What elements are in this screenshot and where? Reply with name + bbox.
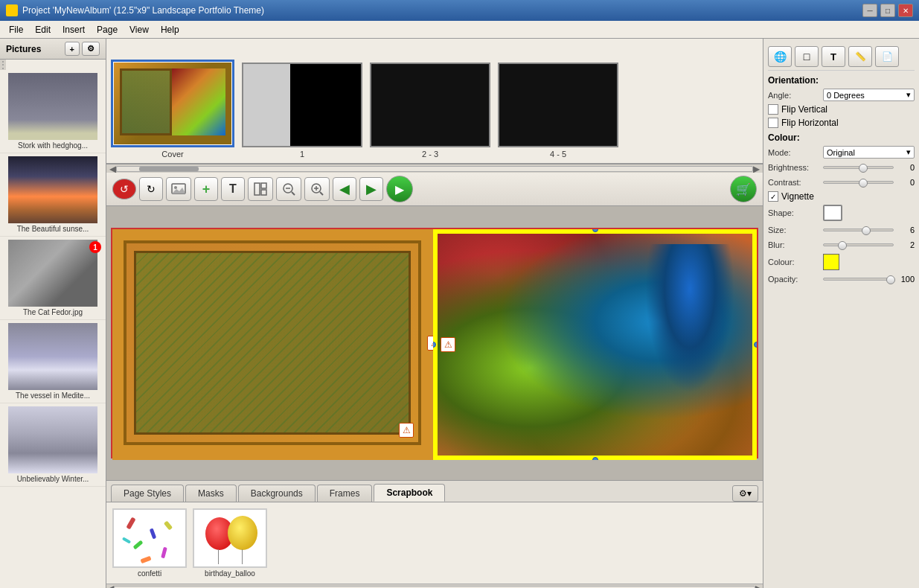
contrast-value: 0 — [897, 178, 915, 187]
list-item[interactable]: birthday_balloo — [193, 508, 267, 578]
contrast-slider[interactable] — [823, 176, 894, 188]
menu-file[interactable]: File — [3, 23, 29, 36]
right-page[interactable]: ⚠ — [433, 229, 757, 460]
brightness-thumb[interactable] — [859, 164, 868, 173]
add-photo-button[interactable]: + — [194, 177, 218, 201]
tab-frames[interactable]: Frames — [317, 485, 373, 502]
vignette-checkbox[interactable] — [768, 191, 778, 202]
picture-filename: The Beautiful sunse... — [3, 225, 103, 233]
opacity-slider[interactable] — [823, 273, 894, 285]
tool-image-button[interactable]: 🌐 — [768, 46, 792, 67]
window-title: Project 'MyNewAlbum' (12.5"x9" Landscape… — [22, 5, 264, 16]
zoom-out-icon — [281, 182, 296, 196]
tab-scrapbook[interactable]: Scrapbook — [374, 484, 445, 502]
flip-vertical-checkbox[interactable] — [768, 104, 778, 115]
play-button[interactable]: ▶ — [386, 176, 413, 202]
tab-settings-button[interactable]: ⚙▾ — [732, 485, 758, 502]
shape-selector[interactable] — [823, 205, 842, 221]
thumbnail-scrollbar[interactable]: ◀ ▶ — [106, 164, 763, 173]
blur-label: Blur: — [768, 240, 820, 249]
maximize-button[interactable]: □ — [880, 4, 895, 17]
tabs-row: Page Styles Masks Backgrounds Frames Scr… — [106, 481, 763, 502]
brightness-row: Brightness: 0 — [768, 162, 915, 173]
prev-page-button[interactable]: ◀ — [333, 177, 356, 201]
panel-resize-handle[interactable] — [0, 60, 6, 70]
pictures-settings-button[interactable]: ⚙ — [82, 42, 100, 56]
contrast-thumb[interactable] — [859, 179, 868, 188]
picture-filename: The vessel in Medite... — [3, 392, 103, 400]
text-button[interactable]: T — [221, 177, 245, 201]
thumbnail-strip: Cover 1 2 - 3 4 - 5 — [106, 39, 763, 164]
warning-icon-left[interactable]: ⚠ — [399, 423, 414, 438]
mode-select[interactable]: Original ▾ — [823, 146, 915, 159]
flip-horizontal-checkbox[interactable] — [768, 118, 778, 128]
tool-text-button[interactable]: T — [822, 46, 845, 67]
close-button[interactable]: ✕ — [898, 4, 913, 17]
size-thumb[interactable] — [862, 226, 871, 235]
menu-help[interactable]: Help — [155, 23, 185, 36]
vignette-colour-swatch[interactable] — [823, 254, 839, 270]
svg-rect-4 — [261, 183, 266, 188]
resize-handle-bottom[interactable] — [592, 457, 598, 460]
tool-page-button[interactable]: 📄 — [875, 46, 899, 67]
hscroll-track[interactable] — [114, 586, 755, 589]
warning-icon-right[interactable]: ⚠ — [441, 337, 455, 352]
blur-slider[interactable] — [823, 239, 894, 251]
list-item[interactable]: 1 The Cat Fedor.jpg — [0, 237, 106, 320]
tab-masks[interactable]: Masks — [185, 485, 237, 502]
list-item[interactable]: Stork with hedghog... — [0, 70, 106, 153]
hscroll-right-icon[interactable]: ▶ — [755, 584, 761, 588]
tool-crop-button[interactable]: □ — [795, 46, 819, 67]
menu-view[interactable]: View — [124, 23, 155, 36]
menu-insert[interactable]: Insert — [57, 23, 91, 36]
picture-filename: The Cat Fedor.jpg — [3, 308, 103, 316]
title-bar-left: Project 'MyNewAlbum' (12.5"x9" Landscape… — [6, 4, 264, 16]
size-label: Size: — [768, 226, 820, 234]
thumb-cover[interactable]: Cover — [111, 60, 234, 159]
list-item[interactable]: The Beautiful sunse... — [0, 153, 106, 237]
thumb-label: 1 — [300, 150, 304, 159]
colour-section-title: Colour: — [768, 132, 915, 143]
cart-button[interactable]: 🛒 — [730, 176, 757, 202]
scrapbook-thumb[interactable] — [193, 508, 267, 568]
minimize-button[interactable]: ─ — [862, 4, 877, 17]
thumb-45[interactable]: 4 - 5 — [498, 63, 618, 159]
angle-select[interactable]: 0 Degrees ▾ — [823, 89, 915, 101]
list-item[interactable]: The vessel in Medite... — [0, 320, 106, 403]
add-picture-button[interactable]: + — [65, 42, 80, 56]
list-item[interactable]: confetti — [112, 508, 187, 578]
left-page[interactable]: ⚠ — [112, 229, 436, 460]
tab-page-styles[interactable]: Page Styles — [111, 485, 184, 502]
blur-thumb[interactable] — [838, 241, 847, 250]
hscroll-left-icon[interactable]: ◀ — [108, 584, 114, 588]
thumb-23[interactable]: 2 - 3 — [370, 63, 490, 159]
vignette-colour-row: Colour: — [768, 254, 915, 270]
center-content: Cover 1 2 - 3 4 - 5 — [106, 39, 763, 588]
zoom-in-button[interactable] — [304, 177, 330, 201]
redo-button[interactable]: ↻ — [139, 177, 163, 201]
zoom-out-button[interactable] — [276, 177, 301, 201]
next-page-button[interactable]: ▶ — [359, 177, 383, 201]
brightness-slider[interactable] — [823, 162, 894, 173]
menu-edit[interactable]: Edit — [29, 23, 57, 36]
photo-edit-button[interactable] — [166, 177, 191, 201]
opacity-label: Opacity: — [768, 275, 820, 284]
menu-page[interactable]: Page — [91, 23, 124, 36]
size-slider[interactable] — [823, 224, 894, 236]
tool-ruler-button[interactable]: 📏 — [848, 46, 872, 67]
app-icon — [6, 4, 18, 16]
scrapbook-thumb[interactable] — [112, 508, 187, 568]
pictures-panel-header: Pictures + ⚙ — [0, 39, 106, 60]
bottom-scrollbar[interactable]: ◀ ▶ — [106, 584, 763, 588]
opacity-thumb[interactable] — [886, 275, 895, 284]
scrollbar-track[interactable] — [116, 166, 753, 172]
undo-button[interactable]: ↺ — [112, 179, 136, 199]
thumb-1[interactable]: 1 — [242, 63, 362, 159]
scrollbar-thumb[interactable] — [139, 167, 199, 171]
resize-handle-right[interactable] — [754, 342, 757, 348]
flip-vertical-label: Flip Vertical — [781, 104, 827, 115]
list-item[interactable]: Unbelievably Winter... — [0, 403, 106, 487]
layout-button[interactable] — [248, 177, 273, 201]
blur-value: 2 — [897, 240, 915, 249]
tab-backgrounds[interactable]: Backgrounds — [238, 485, 316, 502]
